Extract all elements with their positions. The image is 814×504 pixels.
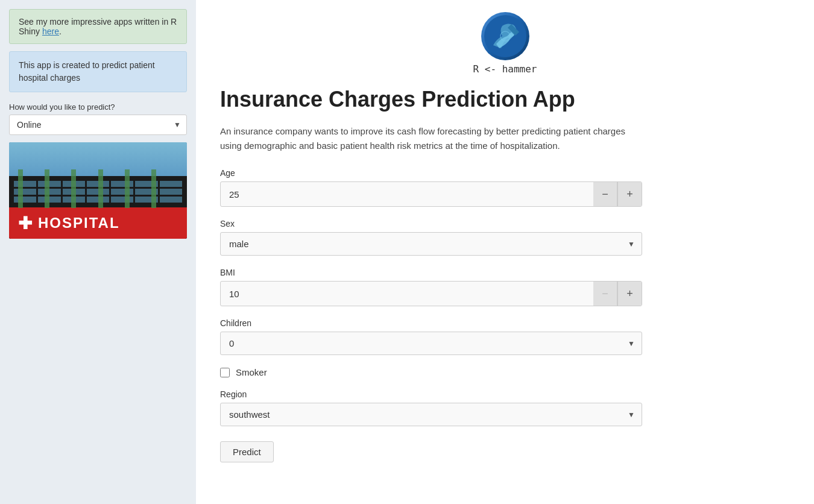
region-select[interactable]: southwest southeast northwest northeast: [220, 403, 642, 426]
predict-method-label: How would you like to predict?: [9, 102, 187, 112]
hospital-background: ✚ HOSPITAL: [9, 142, 187, 239]
window: [111, 189, 133, 195]
window: [111, 181, 133, 187]
building-column: [98, 169, 103, 208]
building-column: [151, 169, 156, 208]
age-decrement-button[interactable]: −: [593, 182, 617, 206]
logo-text: R <- hammer: [473, 63, 537, 75]
age-stepper: 25 − +: [220, 181, 642, 207]
predict-button[interactable]: Predict: [220, 441, 274, 462]
region-field-group: Region southwest southeast northwest nor…: [220, 389, 642, 426]
hospital-sign-text: HOSPITAL: [38, 215, 120, 232]
age-label: Age: [220, 168, 642, 178]
logo-circle: [481, 12, 529, 60]
sex-select[interactable]: male female: [220, 232, 642, 256]
bmi-field-group: BMI 10 − +: [220, 268, 642, 306]
building-column: [71, 169, 76, 208]
hospital-image: ✚ HOSPITAL: [9, 142, 187, 239]
app-description: An insurance company wants to improve it…: [220, 124, 642, 153]
age-value: 25: [221, 183, 593, 206]
app-title: Insurance Charges Prediction App: [220, 87, 790, 112]
children-select[interactable]: 0 1 2 3 4 5: [220, 332, 642, 355]
building-column: [45, 169, 49, 208]
sex-field-group: Sex male female ▼: [220, 219, 642, 256]
children-label: Children: [220, 318, 642, 328]
window: [160, 181, 182, 187]
logo-area: R <- hammer: [220, 12, 790, 75]
age-field-group: Age 25 − +: [220, 168, 642, 207]
logo-svg: [484, 15, 526, 57]
window: [14, 181, 36, 187]
bmi-label: BMI: [220, 268, 642, 277]
window: [14, 197, 36, 203]
hospital-sign: ✚ HOSPITAL: [9, 207, 187, 239]
bmi-increment-button[interactable]: +: [617, 282, 642, 306]
building-column: [18, 169, 23, 208]
children-select-wrapper: 0 1 2 3 4 5 ▼: [220, 332, 642, 355]
bmi-stepper: 10 − +: [220, 281, 642, 306]
sidebar-link-box: See my more impressive apps written in R…: [9, 9, 187, 44]
bmi-value: 10: [221, 283, 593, 305]
bmi-decrement-button[interactable]: −: [593, 282, 617, 306]
region-select-wrapper: southwest southeast northwest northeast …: [220, 403, 642, 426]
building-column: [125, 169, 130, 208]
age-increment-button[interactable]: +: [617, 182, 642, 206]
predict-method-section: How would you like to predict? Online Ba…: [9, 99, 187, 135]
smoker-checkbox[interactable]: [220, 368, 230, 377]
window: [160, 189, 182, 195]
children-field-group: Children 0 1 2 3 4 5 ▼: [220, 318, 642, 355]
window: [111, 197, 133, 203]
predict-method-select[interactable]: Online Batch: [9, 115, 187, 135]
window: [160, 197, 182, 203]
region-label: Region: [220, 389, 642, 399]
sidebar-info-text: This app is created to predict patient h…: [19, 60, 155, 83]
smoker-row: Smoker: [220, 367, 790, 377]
window: [14, 189, 36, 195]
main-content: R <- hammer Insurance Charges Prediction…: [196, 0, 814, 504]
hospital-cross-icon: ✚: [18, 213, 32, 233]
sex-label: Sex: [220, 219, 642, 228]
predict-method-wrapper: Online Batch ▼: [9, 115, 187, 135]
sidebar-link[interactable]: here: [42, 27, 59, 36]
smoker-label[interactable]: Smoker: [236, 367, 267, 377]
sex-select-wrapper: male female ▼: [220, 232, 642, 256]
sidebar-info-box: This app is created to predict patient h…: [9, 51, 187, 92]
sidebar: See my more impressive apps written in R…: [0, 0, 196, 504]
